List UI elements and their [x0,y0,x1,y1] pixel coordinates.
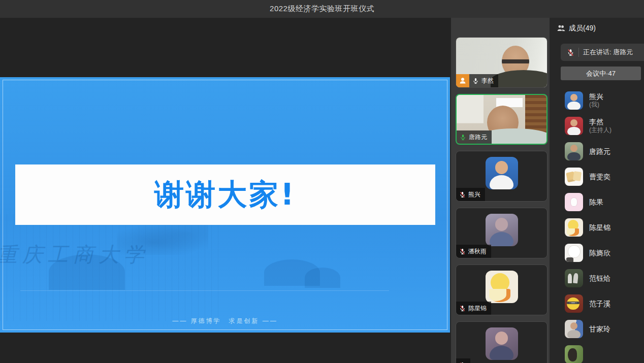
video-surface [456,322,547,363]
member-text: 李然 (主持人) [589,118,611,134]
mic-speaking-icon [460,134,466,141]
member-row[interactable]: 陈星锦 [550,215,644,240]
member-avatar [565,142,583,160]
member-text: 唐路元 [589,147,610,156]
member-avatar [565,345,583,363]
member-row[interactable] [550,342,644,363]
member-name: 曹雯奕 [589,173,610,181]
tile-label: 唐路元 [457,130,492,144]
participant-avatar [486,157,518,189]
member-text: 陈旖欣 [589,249,610,257]
member-name: 陈果 [589,198,603,207]
member-row[interactable]: 李然 (主持人) [550,113,644,139]
member-name: 唐路元 [589,147,610,156]
tile-name-label: 潘秋雨 [456,245,491,258]
member-role-tag: (我) [589,101,603,109]
member-text: 陈果 [589,198,603,207]
university-motto: —— 厚德博学 求是创新 —— [0,317,450,325]
member-list: 熊兴 (我) 李然 (主持人) 唐路元 曹雯奕 陈果 陈星锦 [550,88,644,363]
presentation-slide: 重庆工商大学 谢谢大家! —— 厚德博学 求是创新 —— [0,77,450,333]
video-strip: 李然 [451,18,550,363]
member-name: 陈旖欣 [589,249,610,257]
tile-label: 熊兴 [456,188,485,201]
video-tile[interactable] [456,321,548,363]
participant-name: 陈星锦 [468,304,487,313]
member-name: 李然 [589,118,611,126]
participant-name: 潘秋雨 [468,247,487,256]
member-avatar [565,193,583,211]
video-tile[interactable]: 熊兴 [456,151,548,202]
member-avatar [565,91,583,110]
member-row[interactable]: 陈旖欣 [550,240,644,266]
participant-avatar [486,327,518,360]
meeting-title: 2022级经济学实验班开班仪式 [270,4,374,14]
member-row[interactable]: 曹雯奕 [550,164,644,189]
members-panel: 成员(49) 正在讲话: 唐路元 会议中·47 熊兴 (我) 李然 (主持人) [550,18,644,363]
host-badge-icon [456,74,469,87]
meeting-window: { "window": { "title": "2022级经济学实验班开班仪式"… [0,0,644,363]
member-text: 曹雯奕 [589,173,610,181]
mic-on-icon [472,78,479,84]
tile-name-label: 唐路元 [457,130,492,144]
bush-decoration [49,254,125,290]
member-avatar [565,269,583,287]
tile-name-label: 熊兴 [456,188,485,201]
member-avatar [565,244,583,262]
slide-headline: 谢谢大家! [154,175,296,215]
participant-name: 李然 [481,77,494,85]
member-avatar [565,218,583,237]
tab-in-meeting[interactable]: 会议中·47 [561,67,641,80]
muted-mic-icon [567,49,574,56]
member-name: 熊兴 [589,92,603,101]
member-avatar [565,117,583,135]
tile-label: 李然 [456,74,498,87]
video-tile[interactable]: 唐路元 [456,94,548,145]
mic-muted-icon [459,305,466,312]
member-row[interactable]: 陈果 [550,189,644,215]
screen-share-area: 重庆工商大学 谢谢大家! —— 厚德博学 求是创新 —— [0,18,451,363]
member-row[interactable]: 范钰烚 [550,266,644,291]
member-role-tag: (主持人) [589,126,611,134]
tile-label [456,358,470,363]
member-name: 甘家玲 [589,325,610,334]
member-name: 陈星锦 [589,223,610,232]
video-tile[interactable]: 潘秋雨 [456,208,548,258]
divider [578,48,579,57]
participant-name: 熊兴 [468,190,480,199]
tile-label: 潘秋雨 [456,245,491,258]
member-avatar [565,294,583,313]
member-text: 甘家玲 [589,325,610,334]
participant-avatar [486,214,518,246]
member-row[interactable]: 唐路元 [550,139,644,164]
member-row[interactable]: 范子溪 [550,291,644,316]
headline-banner: 谢谢大家! [15,164,435,225]
member-text: 范钰烚 [589,274,610,283]
tile-name-label [456,358,470,363]
video-tile[interactable]: 陈星锦 [456,265,548,315]
tile-name-label: 李然 [469,74,498,87]
member-name: 范子溪 [589,300,610,308]
participant-avatar [486,271,518,303]
bush-decoration [305,268,340,288]
members-header: 成员(49) [557,24,596,33]
members-count-title: 成员(49) [569,24,596,33]
member-text: 陈星锦 [589,223,610,232]
ground-line-decoration [20,290,389,291]
member-avatar [565,168,583,186]
mic-muted-icon [459,191,466,198]
window-titlebar: 2022级经济学实验班开班仪式 [0,0,644,18]
member-row[interactable]: 甘家玲 [550,316,644,342]
members-icon [557,24,566,32]
member-name: 范钰烚 [589,274,610,283]
speaking-status-bar: 正在讲话: 唐路元 [561,44,644,61]
video-tile[interactable]: 李然 [456,37,548,88]
mic-muted-icon [459,248,466,255]
member-row[interactable]: 熊兴 (我) [550,88,644,113]
tile-label: 陈星锦 [456,302,491,315]
participant-name: 唐路元 [469,133,487,142]
tab-in-meeting-label: 会议中·47 [586,69,616,78]
member-text: 范子溪 [589,300,610,308]
member-text: 熊兴 (我) [589,92,603,109]
member-avatar [565,320,583,338]
speaking-status-text: 正在讲话: 唐路元 [583,48,633,57]
